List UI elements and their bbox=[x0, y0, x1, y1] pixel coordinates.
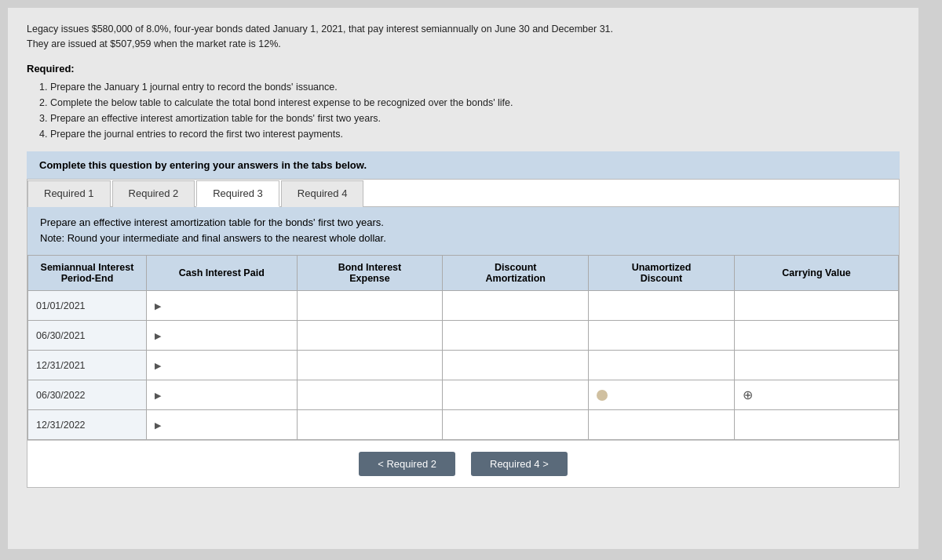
discount-amort-01012021[interactable] bbox=[443, 291, 589, 321]
tab-required2[interactable]: Required 2 bbox=[112, 180, 195, 207]
col-header-bond-expense: Bond Interest Expense bbox=[297, 256, 443, 291]
bond-exp-12312021[interactable] bbox=[297, 351, 443, 380]
unamortized-06302021[interactable] bbox=[589, 321, 735, 351]
cash-12312022[interactable]: ▶ bbox=[146, 410, 297, 440]
cash-06302021[interactable]: ▶ bbox=[146, 321, 297, 351]
table-row: 01/01/2021 ▶ bbox=[28, 291, 899, 321]
col-header-cash: Cash Interest Paid bbox=[146, 256, 297, 291]
instruction-text: Complete this question by entering your … bbox=[39, 159, 367, 171]
tab-required4[interactable]: Required 4 bbox=[281, 180, 364, 207]
date-06302021: 06/30/2021 bbox=[28, 321, 147, 351]
table-instruction-line2: Note: Round your intermediate and final … bbox=[40, 231, 886, 247]
problem-description: Legacy issues $580,000 of 8.0%, four-yea… bbox=[27, 22, 900, 52]
bond-exp-06302021[interactable] bbox=[297, 321, 443, 351]
bond-exp-06302022[interactable] bbox=[297, 380, 443, 410]
description-line2: They are issued at $507,959 when the mar… bbox=[27, 37, 900, 52]
tabs-container: Required 1 Required 2 Required 3 Require… bbox=[27, 179, 900, 489]
required-list: 1. Prepare the January 1 journal entry t… bbox=[39, 79, 900, 142]
date-12312022: 12/31/2022 bbox=[28, 410, 147, 440]
unamortized-12312021[interactable] bbox=[589, 351, 735, 380]
page-container: Legacy issues $580,000 of 8.0%, four-yea… bbox=[8, 8, 918, 549]
cash-01012021[interactable]: ▶ bbox=[146, 291, 297, 321]
required-item-2: 2. Complete the below table to calculate… bbox=[39, 95, 900, 111]
table-row: 06/30/2022 ▶ ⊕ bbox=[28, 380, 899, 410]
col-header-unamortized: Unamortized Discount bbox=[589, 256, 735, 291]
required-heading: Required: bbox=[27, 63, 900, 75]
col-header-semiannual: Semiannual Interest Period-End bbox=[28, 256, 147, 291]
carrying-06302022[interactable]: ⊕ bbox=[734, 380, 898, 410]
bottom-navigation: < Required 2 Required 4 > bbox=[27, 440, 899, 487]
bond-exp-01012021[interactable] bbox=[297, 291, 443, 321]
required-item-1: 1. Prepare the January 1 journal entry t… bbox=[39, 79, 900, 95]
date-12312021: 12/31/2021 bbox=[28, 351, 147, 380]
carrying-12312021[interactable] bbox=[734, 351, 898, 380]
cash-12312021[interactable]: ▶ bbox=[146, 351, 297, 380]
table-row: 12/31/2022 ▶ bbox=[28, 410, 899, 440]
crosshair-icon: ⊕ bbox=[743, 387, 753, 402]
required-item-4: 4. Prepare the journal entries to record… bbox=[39, 126, 900, 142]
discount-amort-12312021[interactable] bbox=[443, 351, 589, 380]
prev-button[interactable]: < Required 2 bbox=[359, 452, 455, 476]
tab-required3[interactable]: Required 3 bbox=[196, 180, 279, 207]
table-row: 06/30/2021 ▶ bbox=[28, 321, 899, 351]
discount-amort-12312022[interactable] bbox=[443, 410, 589, 440]
description-line1: Legacy issues $580,000 of 8.0%, four-yea… bbox=[27, 22, 900, 37]
table-instruction-line1: Prepare an effective interest amortizati… bbox=[40, 215, 886, 231]
tabs-row: Required 1 Required 2 Required 3 Require… bbox=[27, 180, 899, 207]
table-instructions: Prepare an effective interest amortizati… bbox=[27, 207, 899, 256]
required-item-3: 3. Prepare an effective interest amortiz… bbox=[39, 111, 900, 126]
table-row: 12/31/2021 ▶ bbox=[28, 351, 899, 380]
next-button[interactable]: Required 4 > bbox=[471, 452, 568, 476]
col-header-carrying-value: Carrying Value bbox=[734, 256, 898, 291]
tab-content-required3: Prepare an effective interest amortizati… bbox=[27, 207, 899, 488]
instruction-box: Complete this question by entering your … bbox=[27, 151, 900, 179]
date-01012021: 01/01/2021 bbox=[28, 291, 147, 321]
unamortized-12312022[interactable] bbox=[589, 410, 735, 440]
carrying-06302021[interactable] bbox=[734, 321, 898, 351]
amortization-table: Semiannual Interest Period-End Cash Inte… bbox=[27, 255, 899, 440]
col-header-discount-amort: Discount Amortization bbox=[443, 256, 589, 291]
cash-06302022[interactable]: ▶ bbox=[146, 380, 297, 410]
discount-amort-06302022[interactable] bbox=[443, 380, 589, 410]
date-06302022: 06/30/2022 bbox=[28, 380, 147, 410]
carrying-01012021[interactable] bbox=[734, 291, 898, 321]
unamortized-06302022[interactable] bbox=[589, 380, 735, 410]
bond-exp-12312022[interactable] bbox=[297, 410, 443, 440]
tab-required1[interactable]: Required 1 bbox=[27, 180, 111, 207]
unamortized-01012021[interactable] bbox=[589, 291, 735, 321]
carrying-12312022[interactable] bbox=[734, 410, 898, 440]
discount-amort-06302021[interactable] bbox=[443, 321, 589, 351]
